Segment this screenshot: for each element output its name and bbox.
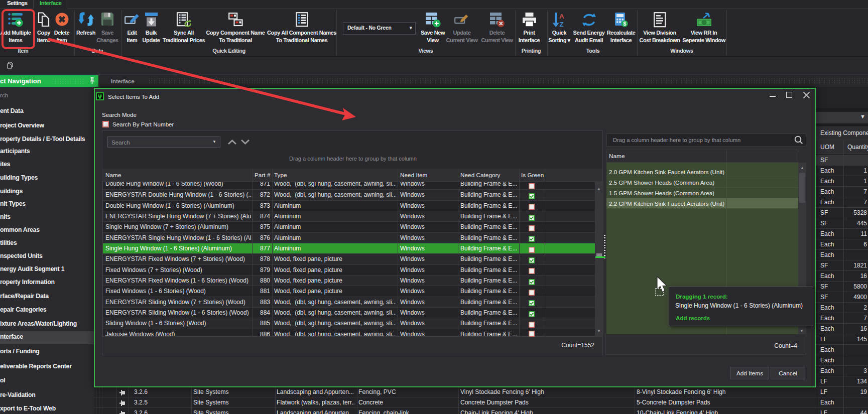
svg-text:A: A (559, 13, 564, 20)
svg-text:Z: Z (560, 21, 564, 28)
svg-text:$: $ (623, 21, 626, 27)
